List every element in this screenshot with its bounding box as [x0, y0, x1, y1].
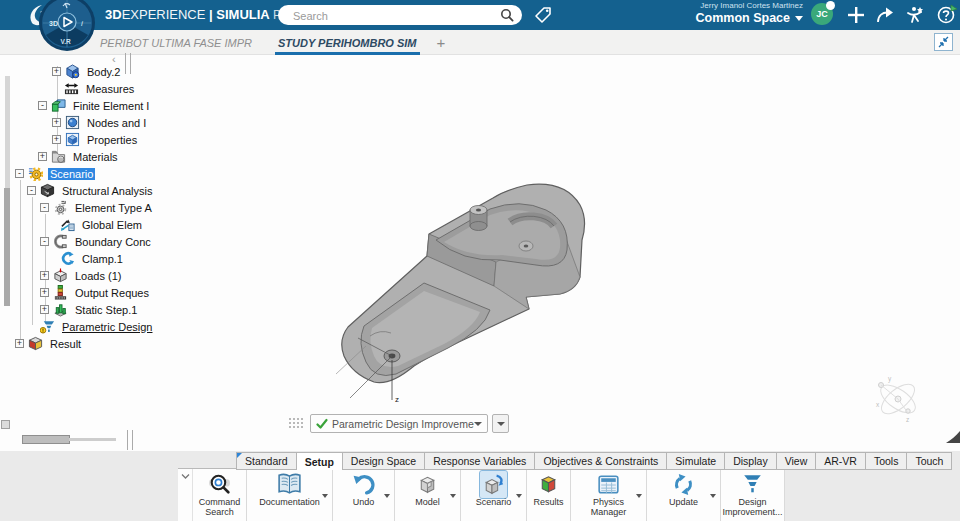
ribbon-tab[interactable]: AR-VR — [815, 452, 865, 470]
ribbon-tab[interactable]: View — [776, 452, 816, 470]
ribbon-tab[interactable]: Tools — [865, 452, 907, 470]
expander-icon[interactable]: + — [52, 135, 61, 144]
toolbar-tool[interactable]: DesignImprovement... — [721, 469, 785, 521]
ribbon-tab[interactable]: Touch — [906, 452, 952, 470]
tree-item[interactable]: + Loads (1) — [0, 267, 154, 284]
share-icon[interactable] — [874, 4, 896, 26]
toolbar-tool[interactable]: Documentation — [247, 469, 333, 521]
tree-item[interactable]: - Scenario — [0, 165, 154, 182]
clamp-icon — [60, 251, 75, 266]
expander-icon[interactable]: + — [40, 305, 49, 314]
expander-icon[interactable]: + — [38, 152, 47, 161]
study-dropdown[interactable]: Parametric Design Improvement Study.1 — [310, 414, 488, 433]
tree-item[interactable]: + Body.2 — [0, 63, 154, 80]
tree-item[interactable]: - Structural Analysis — [0, 182, 154, 199]
scenario-tool-icon — [480, 471, 507, 498]
expander-icon[interactable]: - — [15, 169, 24, 178]
view-manipulator-robot[interactable]: x y z — [868, 372, 928, 427]
search-icon[interactable] — [500, 8, 514, 22]
expander-icon[interactable]: - — [27, 186, 36, 195]
dropdown-arrow-icon[interactable] — [384, 494, 390, 498]
dropdown-arrow-icon[interactable] — [710, 494, 716, 498]
toolbar-tool[interactable]: Results — [527, 469, 571, 521]
toolbar-tool[interactable]: Update — [647, 469, 721, 521]
ribbon-tab[interactable]: Objectives & Constraints — [534, 452, 666, 470]
active-tab-underline — [275, 52, 420, 55]
tree-item[interactable]: Clamp.1 — [0, 250, 154, 267]
expander-icon[interactable]: + — [40, 271, 49, 280]
tag-icon[interactable] — [533, 4, 555, 26]
user-name: Jerry Imanol Cortes Martinez — [696, 1, 803, 11]
collapse-window-button[interactable] — [934, 33, 953, 51]
chevron-down-icon — [181, 473, 190, 480]
dropdown-arrow-icon[interactable] — [450, 494, 456, 498]
parametric-icon — [40, 319, 55, 334]
add-content-icon[interactable] — [845, 4, 867, 26]
help-icon[interactable] — [936, 4, 958, 26]
tree-item[interactable]: + Materials — [0, 148, 154, 165]
toolbar-tool[interactable]: Scenario — [461, 469, 527, 521]
drag-grip-icon[interactable] — [288, 417, 305, 430]
ribbon-tab[interactable]: Design Space — [342, 452, 424, 470]
document-tab[interactable]: STUDY PERIHOMBRO SIM — [278, 30, 417, 55]
dropdown-arrow-icon[interactable] — [636, 494, 642, 498]
3d-compass[interactable]: 3D i V.R — [38, 0, 96, 52]
global-elem-icon — [60, 217, 75, 232]
robot-z-label: z — [906, 416, 909, 423]
toolbar-tool[interactable]: PhysicsManager — [571, 469, 647, 521]
3dswym-person-icon[interactable] — [905, 4, 927, 26]
expander-icon[interactable]: - — [40, 237, 49, 246]
tree-item[interactable]: - Boundary Conc — [0, 233, 154, 250]
expander-icon[interactable]: - — [38, 101, 47, 110]
tree-item[interactable]: + Nodes and I — [0, 114, 154, 131]
new-tab-button[interactable]: + — [437, 30, 446, 55]
toolbar-tool[interactable]: Model — [395, 469, 461, 521]
dropdown-arrow-icon[interactable] — [516, 494, 522, 498]
avatar[interactable]: JC — [811, 3, 833, 25]
toolbar-collapse-button[interactable] — [178, 469, 193, 521]
tree-item[interactable]: - Element Type A — [0, 199, 154, 216]
update-icon — [670, 471, 697, 498]
fem-icon — [51, 98, 66, 113]
search-input[interactable] — [291, 7, 495, 25]
tree-item[interactable]: Global Elem — [0, 216, 154, 233]
study-options-button[interactable] — [492, 414, 509, 433]
axis-z-label: z — [395, 395, 399, 404]
physics-icon — [595, 471, 622, 498]
ribbon-tab[interactable]: Response Variables — [424, 452, 534, 470]
expander-icon[interactable]: + — [15, 339, 24, 348]
toolbar-tool[interactable]: CommandSearch — [193, 469, 247, 521]
tree-item[interactable]: + Output Reques — [0, 284, 154, 301]
3d-model-viewport[interactable]: z — [330, 160, 620, 410]
tree-horizontal-scrollbar-track[interactable] — [69, 438, 116, 441]
tree-item[interactable]: Measures — [0, 80, 154, 97]
expander-icon[interactable]: - — [40, 203, 49, 212]
tree-horizontal-grip-icon[interactable] — [127, 430, 133, 450]
tree-item[interactable]: + Result — [0, 335, 154, 352]
tree-horizontal-scrollbar-thumb[interactable] — [22, 435, 70, 444]
chevron-down-icon — [474, 422, 482, 426]
chevron-down-icon — [497, 422, 505, 426]
ribbon-tab[interactable]: Setup — [296, 452, 342, 470]
action-bar: StandardSetupDesign SpaceResponse Variab… — [0, 451, 960, 521]
document-tab[interactable]: PERIBOT ULTIMA FASE IMPR — [100, 30, 252, 55]
tree-item[interactable]: + Static Step.1 — [0, 301, 154, 318]
expander-icon[interactable]: + — [52, 67, 61, 76]
global-search[interactable] — [278, 5, 522, 25]
tree-item[interactable]: + Properties — [0, 131, 154, 148]
element-type-icon — [53, 200, 68, 215]
tree-corner-handle[interactable] — [1, 420, 10, 429]
ribbon-tab[interactable]: Simulate — [666, 452, 724, 470]
ribbon-tab[interactable]: Standard — [236, 452, 296, 470]
tree-item[interactable]: - Finite Element I — [0, 97, 154, 114]
toolbar-tool[interactable]: Undo — [333, 469, 395, 521]
boundary-icon — [53, 234, 68, 249]
expander-icon[interactable]: + — [52, 118, 61, 127]
ribbon-tab[interactable]: Display — [724, 452, 775, 470]
tree-item[interactable]: Parametric Design — [0, 318, 154, 335]
space-label: Common Space — [696, 11, 790, 26]
dropdown-arrow-icon[interactable] — [322, 494, 328, 498]
expander-icon[interactable]: + — [40, 288, 49, 297]
svg-text:V.R: V.R — [61, 38, 72, 45]
user-menu[interactable]: Jerry Imanol Cortes Martinez Common Spac… — [696, 1, 803, 26]
